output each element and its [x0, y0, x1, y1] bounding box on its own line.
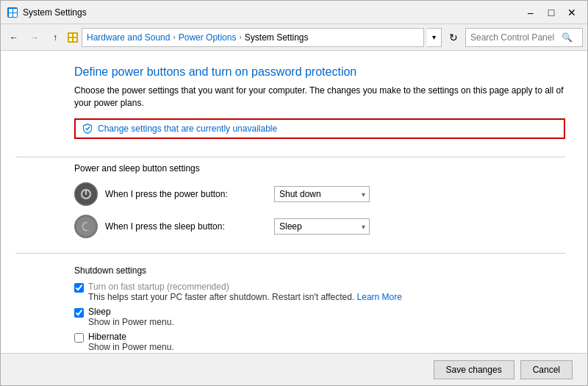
svg-rect-4 — [13, 13, 17, 17]
window-icon — [7, 7, 18, 18]
divider-shutdown — [15, 253, 565, 254]
control-panel-icon — [67, 32, 79, 43]
svg-rect-8 — [69, 38, 72, 41]
svg-rect-6 — [69, 34, 72, 37]
sleep-sublabel: Show in Power menu. — [88, 317, 174, 327]
svg-rect-3 — [9, 13, 12, 17]
page-title: Define power buttons and turn on passwor… — [74, 65, 565, 79]
title-bar: System Settings – □ ✕ — [1, 1, 587, 24]
shield-icon — [82, 123, 93, 135]
learn-more-link[interactable]: Learn More — [357, 292, 402, 302]
hibernate-sublabel: Show in Power menu. — [88, 342, 174, 352]
svg-rect-2 — [13, 9, 17, 12]
change-settings-label: Change settings that are currently unava… — [98, 124, 277, 134]
close-button[interactable]: ✕ — [562, 4, 581, 21]
shutdown-section: Shutdown settings Turn on fast startup (… — [74, 265, 565, 353]
page-description: Choose the power settings that you want … — [74, 85, 565, 110]
back-button[interactable]: ← — [5, 29, 23, 46]
breadcrumb: Hardware and Sound › Power Options › Sys… — [82, 28, 424, 47]
title-bar-controls: – □ ✕ — [521, 4, 581, 21]
svg-rect-9 — [74, 38, 76, 41]
up-button[interactable]: ↑ — [46, 29, 64, 46]
sleep-button-dropdown[interactable]: Sleep Shut down Hibernate Turn off the d… — [274, 218, 370, 235]
maximize-button[interactable]: □ — [542, 4, 561, 21]
sleep-label[interactable]: Sleep — [88, 307, 174, 317]
forward-button[interactable]: → — [26, 29, 43, 46]
fast-startup-sublabel: This helps start your PC faster after sh… — [88, 292, 402, 302]
hibernate-checkbox[interactable] — [74, 333, 84, 343]
minimize-button[interactable]: – — [521, 4, 540, 21]
footer: Save changes Cancel — [1, 353, 587, 385]
main-content: Define power buttons and turn on passwor… — [1, 51, 587, 353]
cancel-button[interactable]: Cancel — [520, 360, 573, 379]
sleep-checkbox[interactable] — [74, 308, 84, 318]
breadcrumb-hardware[interactable]: Hardware and Sound — [87, 32, 170, 43]
title-bar-left: System Settings — [7, 7, 87, 18]
power-button-label: When I press the power button: — [105, 189, 267, 199]
search-box: 🔍 — [465, 28, 583, 47]
hibernate-item: Hibernate Show in Power menu. — [74, 332, 565, 352]
sleep-button-label: When I press the sleep button: — [105, 221, 267, 232]
hibernate-label[interactable]: Hibernate — [88, 332, 174, 342]
search-icon: 🔍 — [562, 32, 573, 43]
shutdown-section-title: Shutdown settings — [74, 265, 565, 276]
breadcrumb-power-options[interactable]: Power Options — [179, 32, 237, 43]
breadcrumb-dropdown[interactable]: ▾ — [427, 28, 442, 47]
window-title: System Settings — [23, 7, 87, 18]
sleep-button-dropdown-wrapper: Sleep Shut down Hibernate Turn off the d… — [274, 218, 370, 235]
power-button-setting: When I press the power button: Shut down… — [74, 182, 565, 206]
power-button-icon — [74, 182, 98, 206]
fast-startup-item: Turn on fast startup (recommended) This … — [74, 282, 565, 302]
system-settings-window: System Settings – □ ✕ ← → ↑ Hardware and… — [0, 0, 588, 386]
address-bar: ← → ↑ Hardware and Sound › Power Options… — [1, 24, 587, 51]
refresh-button[interactable]: ↻ — [445, 29, 462, 46]
power-button-section-title: Power and sleep button settings — [74, 163, 565, 174]
save-changes-button[interactable]: Save changes — [434, 360, 514, 379]
sleep-item: Sleep Show in Power menu. — [74, 307, 565, 327]
svg-rect-1 — [9, 9, 12, 12]
power-button-dropdown[interactable]: Shut down Sleep Hibernate Turn off the d… — [274, 186, 370, 202]
fast-startup-label[interactable]: Turn on fast startup (recommended) — [88, 282, 402, 292]
sleep-button-icon — [74, 215, 98, 238]
change-settings-link[interactable]: Change settings that are currently unava… — [74, 118, 565, 139]
fast-startup-checkbox[interactable] — [74, 283, 84, 293]
sleep-button-setting: When I press the sleep button: Sleep Shu… — [74, 215, 565, 238]
svg-rect-7 — [74, 34, 76, 37]
breadcrumb-current: System Settings — [245, 32, 309, 43]
power-button-dropdown-wrapper: Shut down Sleep Hibernate Turn off the d… — [274, 186, 370, 202]
divider-power-buttons — [15, 157, 565, 157]
search-input[interactable] — [470, 32, 559, 43]
